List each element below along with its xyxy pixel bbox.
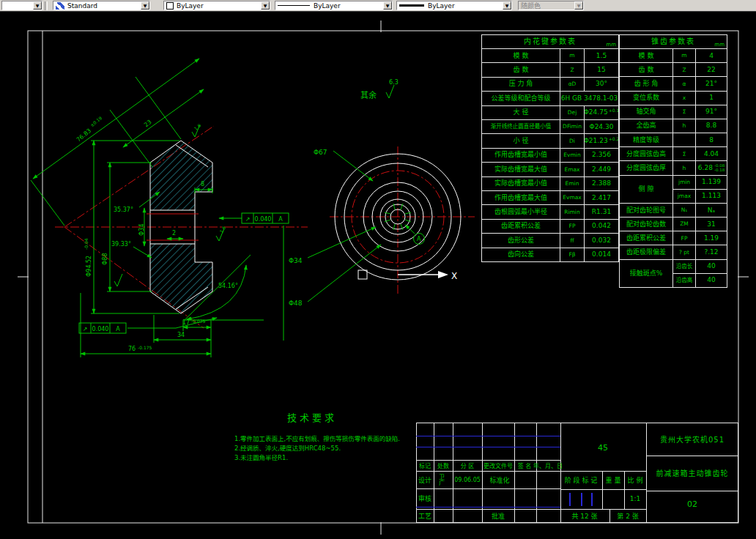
revision-line [416,507,560,508]
angle-3537: 35.37° [114,207,133,213]
rev-header: 更改文件号 [483,461,513,469]
table-title: 内花键参数表 mm [482,35,618,48]
svg-text:±0.19: ±0.19 [89,115,103,127]
divider [416,423,417,523]
chevron-down-icon[interactable]: ▼ [383,1,392,10]
row-label: 分度圆弦齿厚 [620,161,672,174]
dim-76-tol: -0.175 [138,345,152,350]
stage-label: 阶 段 标 记 [565,475,598,485]
row-label: 大 径 [482,106,560,119]
angle-5416: 54.16° [218,283,238,289]
rev-header: 签 名 [518,461,532,469]
stage-mark [581,493,582,506]
unit-label: mm [714,42,724,48]
divider [624,471,625,509]
revision-line [416,436,560,436]
dim-dia-48: Φ48 [289,300,303,307]
svg-text:A: A [278,216,283,223]
title-block: 标记 处数 分 区 更改文件号 签 名 年、月、日 设计 卫广 09.06.05… [416,423,738,523]
revision-line [416,447,560,447]
row-label: 接触斑点% [620,260,672,287]
row-label: 齿 数 [482,63,560,76]
row-label: 压 力 角 [482,78,560,91]
technical-requirements: 技术要求 1.零件加工表面上,不应有划痕、擦伤等损伤零件表面的缺陷. 2.经调质… [234,410,400,463]
stage-mark [569,493,571,506]
row-label: 配对齿轮图号 [620,204,672,217]
runout-icon: ↗ [245,216,251,223]
divider [416,471,646,472]
row-label: 作用齿槽宽最小值 [482,149,560,162]
dim-dia-9452: Φ94.52 -0.04 [84,238,92,277]
layer-combo[interactable]: ▼ [1,1,42,10]
row-label: 全齿高 [620,119,672,133]
color-combo[interactable]: ByLayer ▼ [163,1,270,10]
divider [416,509,646,510]
row-label: 齿 数 [620,63,672,76]
signature: 卫广 [437,474,445,486]
sheets-total: 共 12 张 [571,511,597,521]
color-value: ByLayer [177,2,204,10]
table-title: 锥齿参数表 mm [620,35,727,48]
divider [416,488,560,489]
dim-17-tol: -0.075 [191,319,206,324]
row-label: 模 数 [482,49,560,62]
lineweight-value: ByLayer [428,2,455,10]
divider [646,423,647,523]
divider [609,509,610,522]
approve-label: 批准 [492,511,505,521]
date: 09.06.05 [454,477,481,483]
gear-front-view: Φ67 Φ34 Φ48 A X 其余 6.3 [289,79,475,307]
divider [416,423,738,423]
weight-label: 重 量 [606,475,621,485]
qiyu-value: 6.3 [389,79,399,86]
row-label: 精度等级 [620,133,672,146]
row-label: 渐开线终止圆直径最小值 [482,120,560,133]
datum-a-label: A [417,236,421,242]
dim-8: 8 [201,181,204,187]
divider [416,522,738,523]
row-label: 齿距累积公差 [620,231,672,245]
tech-req-line: 3.未注圆角半径R1. [234,453,400,463]
row-label: 小 径 [482,134,560,147]
organization: 贵州大学农机051 [660,434,724,445]
chevron-down-icon[interactable]: ▼ [141,1,149,10]
check-label: 审核 [418,494,431,503]
text-style-combo[interactable]: Standard ▼ [53,1,150,10]
rev-header: 处数 [437,461,449,469]
plotstyle-value: 随颜色 [521,1,541,10]
svg-text:0.040: 0.040 [92,326,109,332]
svg-text:A: A [116,326,120,332]
scale-value: 1:1 [630,495,640,502]
dim-dia-34-front: Φ34 [289,257,303,264]
dim-34: 34 [177,332,185,338]
row-label: 齿距极限偏差 [620,245,672,259]
tech-req-line: 2.经调质、淬火,硬度达到HRC48~55. [234,444,400,453]
row-label: 作用齿槽宽最大值 [482,191,560,204]
chevron-down-icon[interactable]: ▼ [503,1,511,10]
linetype-combo[interactable]: ByLayer ▼ [275,1,393,10]
svg-text:76.83: 76.83 [75,127,92,144]
part-name: 前减速箱主动锥齿轮 [656,467,729,478]
object-properties-toolbar: ▼ Standard ▼ ByLayer ▼ ByLayer ▼ ByLayer… [0,0,756,12]
rev-header: 分 区 [461,461,475,469]
runout-icon: ↗ [83,326,88,332]
row-label: 配对齿轮齿数 [620,218,672,231]
divider [738,423,738,523]
linetype-sample-icon [278,5,310,6]
scale-label: 比 例 [628,475,643,485]
row-label: 变位系数 [620,92,672,105]
row-label: 齿形公差 [482,234,560,247]
plotstyle-combo: 随颜色 ▼ [518,1,584,10]
svg-text:0.040: 0.040 [255,216,272,223]
gear-section-view: ↗ 0.040 A ↗ 0.040 A 76.83 ±0.19 23 1.6 1… [31,59,308,357]
divider [646,456,738,456]
chevron-down-icon[interactable]: ▼ [261,1,270,10]
dim-dia-34: Φ34 [138,224,145,236]
divider [560,423,561,523]
chevron-down-icon[interactable]: ▼ [33,1,42,10]
row-label: 公差等级和配合等级 [482,92,560,105]
row-label: 齿向公差 [482,248,560,261]
lineweight-combo[interactable]: ByLayer ▼ [396,1,512,10]
process-label: 工艺 [418,511,431,521]
x-axis-label: X [451,271,457,281]
